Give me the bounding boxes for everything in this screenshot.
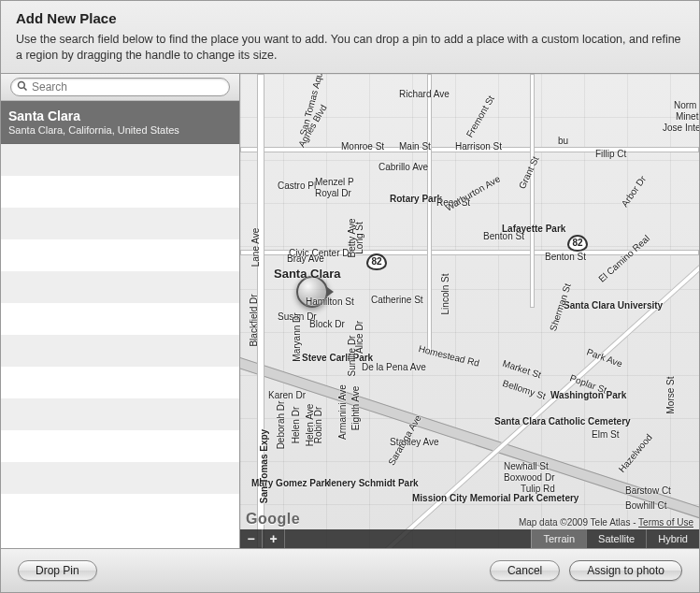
map-type-hybrid[interactable]: Hybrid (646, 529, 699, 548)
drop-pin-button[interactable]: Drop Pin (18, 560, 97, 581)
search-input[interactable] (32, 80, 220, 94)
map-label: Robin Dr (313, 407, 323, 443)
map-label: Royal Dr (315, 188, 351, 198)
map-label: Henery Schmidt Park (324, 478, 380, 488)
map-label: Newhall St (504, 461, 549, 471)
svg-point-0 (19, 81, 25, 88)
map-label: bu (558, 136, 568, 146)
add-place-dialog: Add New Place Use the search field below… (0, 0, 700, 593)
map-label: Castro Pl (278, 181, 316, 191)
map-label: Betty Ave (347, 218, 357, 257)
result-title: Santa Clara (8, 108, 230, 124)
result-subtitle: Santa Clara, California, United States (8, 124, 230, 136)
map-label: Blackfield Dr (249, 294, 259, 346)
zoom-out-button[interactable]: − (240, 529, 263, 548)
map-label: Richard Ave (399, 89, 450, 99)
map-label: Santa Clara University (564, 300, 629, 311)
road (427, 74, 432, 354)
dialog-title: Add New Place (16, 10, 684, 26)
map-label: Morse St (665, 376, 676, 413)
map-label: Deborah Dr (276, 400, 286, 449)
search-icon (17, 79, 32, 95)
dialog-body: Santa Clara Santa Clara, California, Uni… (1, 74, 699, 549)
map-label: Lincoln St (440, 273, 450, 314)
map-label: Bowhill Ct (625, 500, 666, 511)
map-type-satellite[interactable]: Satellite (586, 529, 646, 548)
map-label: Karen Dr (268, 390, 306, 400)
map-label: Lafayette Park (502, 224, 565, 234)
map-label: Lane Ave (250, 227, 261, 267)
map-type-group: Terrain Satellite Hybrid (531, 529, 699, 548)
terms-link[interactable]: Terms of Use (638, 517, 693, 528)
map-label: Eighth Ave (350, 385, 361, 430)
map-label: Bray Ave (287, 253, 324, 264)
dialog-footer: Drop Pin Cancel Assign to photo (1, 549, 699, 592)
cancel-button[interactable]: Cancel (490, 560, 560, 581)
map-label: Maryann Dr (292, 312, 302, 361)
map-label: Sunlite Dr (347, 335, 357, 376)
map-label: Monroe St (341, 141, 384, 152)
map-label: Cabrillo Ave (379, 162, 428, 172)
map-label: Norm (674, 100, 696, 110)
map-label: Washington Park (550, 390, 616, 400)
map-label: Minet (676, 111, 698, 122)
map-credit-text: Map data ©2009 Tele Atlas - (519, 517, 638, 528)
map-label: Tulip Rd (521, 484, 555, 494)
map-brand-label: Google (246, 511, 300, 528)
search-field-wrap[interactable] (10, 78, 230, 96)
svg-line-1 (24, 87, 27, 90)
map-label: Boxwood Dr (504, 472, 554, 483)
map-label: Catherine St (371, 295, 423, 305)
map-label: Benton St (545, 252, 586, 262)
map-label: Jose Inte (663, 123, 699, 133)
map-label: Harrison St (455, 141, 502, 152)
map-label: De la Pena Ave (362, 362, 426, 372)
empty-rows (1, 144, 239, 526)
road (530, 74, 535, 308)
hwy-shield-icon: 82 (366, 253, 387, 270)
map-type-terrain[interactable]: Terrain (531, 529, 586, 548)
result-row-santa-clara[interactable]: Santa Clara Santa Clara, California, Uni… (1, 101, 239, 144)
map-view[interactable]: 82 82 Santa Clara Monroe St Main St Harr… (240, 74, 699, 548)
search-results[interactable]: Santa Clara Santa Clara, California, Uni… (1, 101, 239, 548)
map-label: Barstow Ct (625, 485, 671, 496)
assign-to-photo-button[interactable]: Assign to photo (569, 560, 682, 581)
map-label: Steve Carli Park (302, 353, 339, 363)
map-label: Fillip Ct (595, 149, 626, 159)
map-label: Mission City Memorial Park Cemetery (412, 493, 478, 503)
dialog-subtitle: Use the search field below to find the p… (16, 32, 684, 64)
map-controls: − + Terrain Satellite Hybrid (240, 529, 699, 548)
map-label: Main St (399, 141, 431, 152)
map-label: Hamilton St (306, 296, 354, 307)
map-credit: Map data ©2009 Tele Atlas - Terms of Use (519, 517, 693, 528)
map-label-city: Santa Clara (274, 267, 341, 281)
map-label: San Tomas Expy (259, 429, 269, 503)
hwy-shield-icon: 82 (567, 235, 588, 252)
zoom-in-button[interactable]: + (263, 529, 285, 548)
map-label: Santa Clara Catholic Cemetery (494, 416, 560, 427)
map-label: Elm St (592, 429, 619, 440)
map-label: Helen Dr (291, 407, 301, 443)
map-label: Menzel P (315, 177, 354, 187)
dialog-header: Add New Place Use the search field below… (1, 1, 699, 74)
map-label: Block Dr (309, 319, 345, 329)
map-label: Rotary Park (390, 194, 442, 204)
search-bar (1, 74, 239, 101)
left-panel: Santa Clara Santa Clara, California, Uni… (1, 74, 240, 548)
map-label: Armanini Ave (337, 384, 348, 440)
